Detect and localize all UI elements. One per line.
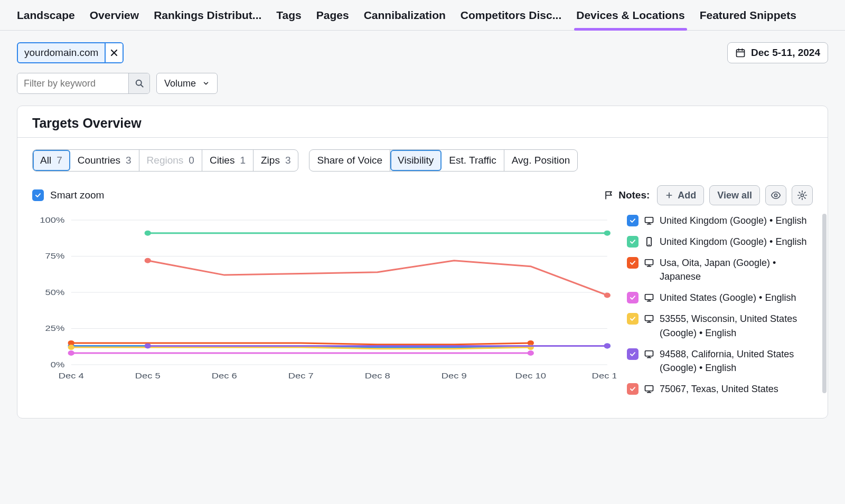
chart-area: 0%25%50%75%100%Dec 4Dec 5Dec 6Dec 7Dec 8… xyxy=(17,210,828,418)
legend-item[interactable]: 94588, California, United States (Google… xyxy=(627,347,823,375)
domain-chip: yourdomain.com xyxy=(17,42,124,63)
legend-item[interactable]: United States (Google) • English xyxy=(627,291,823,305)
svg-text:Dec 6: Dec 6 xyxy=(212,372,237,381)
scope-regions: Regions 0 xyxy=(139,150,202,171)
svg-rect-42 xyxy=(645,350,653,356)
volume-select[interactable]: Volume xyxy=(156,73,218,94)
scope-countries[interactable]: Countries 3 xyxy=(70,150,139,171)
svg-text:Dec 4: Dec 4 xyxy=(59,372,84,381)
metric-share-of-voice[interactable]: Share of Voice xyxy=(309,150,390,171)
desktop-icon xyxy=(644,349,654,359)
svg-text:50%: 50% xyxy=(45,288,65,297)
chevron-down-icon xyxy=(202,80,210,87)
legend-label: United Kingdom (Google) • English xyxy=(660,214,823,227)
tab-competitors-discovery[interactable]: Competitors Disc... xyxy=(461,9,561,22)
legend-label: United States (Google) • English xyxy=(660,291,823,305)
flag-icon xyxy=(604,190,614,201)
svg-point-33 xyxy=(604,343,611,348)
svg-point-28 xyxy=(68,350,74,356)
scope-label: Countries xyxy=(78,155,120,166)
svg-rect-36 xyxy=(645,217,653,223)
legend-swatch-checkbox[interactable] xyxy=(627,236,639,248)
add-note-button[interactable]: Add xyxy=(657,185,704,205)
scope-segmented: All 7 Countries 3 Regions 0 Cities 1 Zip… xyxy=(32,149,298,172)
metric-est-traffic[interactable]: Est. Traffic xyxy=(442,150,504,171)
scope-cities[interactable]: Cities 1 xyxy=(202,150,253,171)
legend-swatch-checkbox[interactable] xyxy=(627,292,639,303)
svg-rect-41 xyxy=(645,316,653,321)
tab-tags[interactable]: Tags xyxy=(276,9,301,22)
mobile-icon xyxy=(644,236,654,247)
gear-icon xyxy=(797,190,808,201)
legend-item[interactable]: United Kingdom (Google) • English xyxy=(627,214,823,227)
legend-swatch-checkbox[interactable] xyxy=(627,348,639,360)
scope-label: Cities xyxy=(210,155,235,166)
scope-label: Zips xyxy=(261,155,280,166)
date-range-button[interactable]: Dec 5-11, 2024 xyxy=(727,42,828,63)
svg-rect-0 xyxy=(737,50,745,56)
metric-avg-position[interactable]: Avg. Position xyxy=(504,150,578,171)
tab-overview[interactable]: Overview xyxy=(90,9,139,22)
scope-count: 3 xyxy=(126,155,132,166)
legend-swatch-checkbox[interactable] xyxy=(627,383,639,395)
tab-landscape[interactable]: Landscape xyxy=(17,9,75,22)
legend-swatch-checkbox[interactable] xyxy=(627,313,639,325)
svg-point-32 xyxy=(145,343,151,348)
keyword-search-input[interactable] xyxy=(17,73,128,93)
svg-point-24 xyxy=(145,231,151,236)
domain-text: yourdomain.com xyxy=(18,43,105,62)
legend-swatch-checkbox[interactable] xyxy=(627,215,639,226)
scope-label: Regions xyxy=(147,155,184,166)
tab-rankings-distribution[interactable]: Rankings Distribut... xyxy=(154,9,261,22)
svg-text:Dec 5: Dec 5 xyxy=(135,372,161,381)
volume-label: Volume xyxy=(164,78,196,89)
date-range-label: Dec 5-11, 2024 xyxy=(751,47,820,59)
scope-count: 7 xyxy=(57,155,62,166)
legend-label: Usa, Oita, Japan (Google) • Japanese xyxy=(660,256,823,283)
add-label: Add xyxy=(678,190,696,201)
legend-swatch-checkbox[interactable] xyxy=(627,257,639,269)
scope-count: 3 xyxy=(285,155,291,166)
scope-label: All xyxy=(40,155,51,166)
toggle-visibility-button[interactable] xyxy=(765,185,786,205)
tab-cannibalization[interactable]: Cannibalization xyxy=(364,9,446,22)
svg-text:0%: 0% xyxy=(51,360,65,369)
scope-all[interactable]: All 7 xyxy=(33,150,70,171)
legend-label: United Kingdom (Google) • English xyxy=(660,235,823,249)
svg-point-2 xyxy=(774,194,777,196)
svg-point-25 xyxy=(604,231,611,236)
smart-zoom-checkbox[interactable] xyxy=(32,189,44,201)
desktop-icon xyxy=(644,292,654,303)
desktop-icon xyxy=(644,258,654,268)
domain-remove-button[interactable] xyxy=(105,43,123,62)
settings-button[interactable] xyxy=(792,185,813,205)
plus-icon xyxy=(665,191,673,199)
svg-rect-39 xyxy=(645,260,653,265)
svg-text:Dec 11: Dec 11 xyxy=(592,372,616,381)
legend-item[interactable]: Usa, Oita, Japan (Google) • Japanese xyxy=(627,256,823,283)
close-icon xyxy=(109,47,119,58)
legend-item[interactable]: 53555, Wisconsin, United States (Google)… xyxy=(627,312,823,339)
legend-item[interactable]: United Kingdom (Google) • English xyxy=(627,235,823,249)
keyword-search xyxy=(17,73,150,94)
top-tabs: Landscape Overview Rankings Distribut...… xyxy=(0,0,845,31)
metric-visibility[interactable]: Visibility xyxy=(390,150,442,171)
svg-text:75%: 75% xyxy=(45,252,65,261)
legend-label: 75067, Texas, United States xyxy=(660,382,823,396)
tab-featured-snippets[interactable]: Featured Snippets xyxy=(700,9,796,22)
notes-label: Notes: xyxy=(604,189,650,201)
keyword-search-button[interactable] xyxy=(128,73,149,93)
legend-item[interactable]: 75067, Texas, United States xyxy=(627,382,823,396)
view-all-notes-button[interactable]: View all xyxy=(709,185,760,205)
legend-label: 53555, Wisconsin, United States (Google)… xyxy=(660,312,823,339)
card-title: Targets Overview xyxy=(17,106,828,138)
zoom-row: Smart zoom Notes: Add View all xyxy=(17,174,828,210)
tab-pages[interactable]: Pages xyxy=(316,9,349,22)
svg-text:Dec 10: Dec 10 xyxy=(515,372,546,381)
svg-point-3 xyxy=(801,194,803,196)
svg-rect-43 xyxy=(645,386,653,391)
legend-scrollbar[interactable] xyxy=(822,214,827,403)
tab-devices-locations[interactable]: Devices & Locations xyxy=(576,9,684,22)
scope-zips[interactable]: Zips 3 xyxy=(253,150,298,171)
svg-point-35 xyxy=(604,292,611,298)
